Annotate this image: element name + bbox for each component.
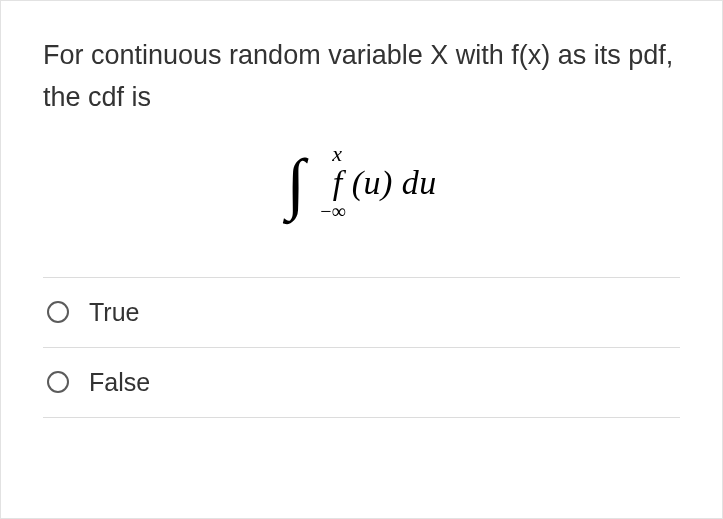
integral-lower: −∞: [320, 200, 346, 223]
option-label: False: [89, 368, 150, 397]
integrand: f (u) du: [333, 164, 437, 202]
option-label: True: [89, 298, 139, 327]
option-true[interactable]: True: [43, 278, 680, 348]
integral-icon: ∫: [286, 149, 305, 217]
formula: ∫ x −∞ f (u) du: [43, 149, 680, 217]
radio-icon: [47, 301, 69, 323]
question-text: For continuous random variable X with f(…: [43, 35, 680, 119]
question-card: For continuous random variable X with f(…: [0, 0, 723, 519]
option-false[interactable]: False: [43, 348, 680, 418]
radio-icon: [47, 371, 69, 393]
options-list: True False: [43, 277, 680, 418]
integral-upper: x: [332, 141, 342, 167]
